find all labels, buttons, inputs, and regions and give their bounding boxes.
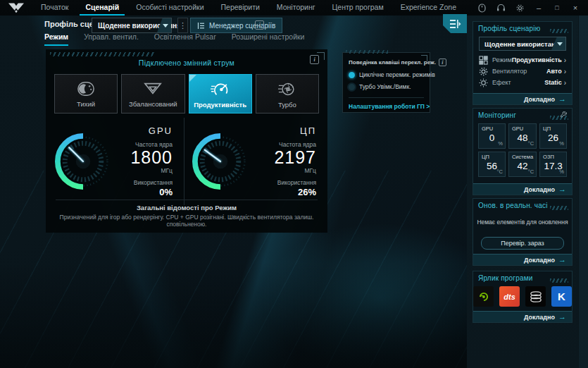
gauges-section: GPU Частота ядра 1800 МГц Використання 0… — [46, 118, 327, 205]
cpu-usage-value: 26% — [251, 187, 316, 197]
updates-empty-text: Немає елементів для оновлення — [473, 219, 572, 226]
moon-icon — [75, 80, 96, 98]
radio-cycle-modes[interactable]: Циклічне перемик. режимів — [349, 71, 424, 78]
sidebar-updates-section: Онов. в реальн. часі Немає елементів для… — [473, 198, 573, 266]
balanced-icon — [143, 80, 163, 98]
manager-button-label: Менеджер сценаріїв — [209, 22, 275, 30]
tab-mode[interactable]: Режим — [44, 32, 68, 46]
monitoring-more-link[interactable]: Докладно → — [473, 183, 572, 195]
gpu-gauge — [53, 131, 113, 192]
info-icon[interactable] — [255, 20, 264, 30]
cpu-gauge-block: ЦП Частота ядра 2197 МГц Використання 26… — [184, 118, 327, 205]
main-nav: Початок Сценарій Особисті настройки Пере… — [32, 0, 465, 16]
gauge-title: ЦП — [251, 125, 316, 136]
info-icon[interactable] — [310, 55, 319, 64]
close-button[interactable]: × — [571, 4, 580, 12]
profile-more-link[interactable]: Докладно → — [473, 93, 572, 104]
scenario-profile-dropdown[interactable]: Щоденне використання — [92, 18, 172, 33]
headset-icon[interactable] — [496, 4, 506, 13]
tile-ram-usage: ОЗП 17.3 % — [539, 152, 567, 177]
check-now-button[interactable]: Перевір. зараз — [481, 237, 564, 250]
chevron-right-icon: › — [564, 68, 566, 75]
nav-item-check[interactable]: Перевірити — [215, 0, 265, 16]
radio-label: Циклічне перемик. режимів — [359, 71, 435, 78]
sidebar-profile-section: Профіль сценарію Щоденне використання Ре… — [473, 21, 573, 105]
app-shortcuts: dts K — [473, 286, 572, 307]
section-title: Ярлик програми — [473, 271, 572, 284]
mouse-icon[interactable] — [477, 4, 487, 13]
rings-app-icon[interactable] — [525, 286, 546, 307]
sidebar-rail — [578, 16, 588, 368]
tile-system-temp: Система 42 °C — [508, 152, 537, 177]
section-title: Моніторинг — [473, 109, 572, 121]
row-label: Режим — [492, 56, 512, 63]
gpu-usage-value: 0% — [113, 187, 173, 197]
sun-icon — [479, 78, 488, 87]
tile-label: ОЗП — [543, 154, 563, 160]
nvidia-app-icon[interactable] — [473, 286, 494, 307]
section-title: Онов. в реальн. часі — [473, 199, 572, 211]
mode-card-quiet[interactable]: Тихий — [54, 74, 118, 114]
sidebar-row-fan[interactable]: Вентилятор Авто › — [479, 66, 566, 77]
fan-icon — [479, 67, 488, 76]
gpu-gauge-block: GPU Частота ядра 1800 МГц Використання 0… — [46, 118, 184, 205]
tile-cpu-usage: ЦП 26 % — [539, 123, 567, 149]
killer-label: K — [558, 290, 565, 302]
sidebar-profile-dropdown[interactable]: Щоденне використання — [479, 37, 566, 51]
tile-gpu-usage: GPU 0 % — [478, 123, 506, 149]
wrench-icon[interactable] — [560, 111, 568, 119]
mode-card-performance[interactable]: Продуктивність — [189, 74, 252, 114]
mode-description: Загальні відомості про Режим Призначений… — [56, 200, 318, 228]
collapse-panel-icon — [449, 19, 461, 29]
sidebar-row-effect[interactable]: Ефект Static › — [479, 77, 566, 88]
dropdown-value: Щоденне використання — [480, 40, 563, 48]
scenario-manager-button[interactable]: Менеджер сценаріїв — [190, 18, 282, 33]
gear-icon[interactable] — [515, 4, 525, 13]
predator-logo — [0, 0, 32, 16]
mode-cards: Тихий Збалансований Продуктивність — [54, 74, 319, 114]
arrow-right-icon: → — [558, 185, 566, 193]
nav-item-personal-settings[interactable]: Особисті настройки — [130, 0, 209, 16]
mode-card-balanced[interactable]: Збалансований — [121, 74, 184, 114]
tab-advanced-settings[interactable]: Розширені настройки — [232, 32, 305, 46]
nav-item-app-center[interactable]: Центр програм — [327, 0, 389, 16]
coil-icon — [527, 288, 544, 305]
row-value: Static — [544, 79, 562, 86]
mode-panel: Підключено змінний струм Тихий Збалансов… — [46, 49, 327, 233]
updates-more-link[interactable]: Докладно → — [473, 254, 572, 265]
sidebar-row-mode[interactable]: Режим Продуктивність › — [479, 54, 566, 66]
freq-unit: МГц — [113, 167, 173, 174]
killer-app-icon[interactable]: K — [551, 286, 572, 307]
tab-fan-control[interactable]: Управл. вентил. — [84, 32, 139, 46]
shortcuts-more-link[interactable]: Докладно → — [473, 311, 572, 322]
tile-gpu-temp: GPU 48 °C — [508, 123, 537, 149]
chevron-right-icon: › — [564, 79, 566, 87]
mode-key-options-panel: Поведінка клавіші перекл. реж. Циклічне … — [342, 52, 430, 113]
scenario-tabs: Режим Управл. вентил. Освітлення Pulsar … — [44, 32, 304, 46]
dts-label: dts — [503, 293, 515, 301]
nav-item-scenario[interactable]: Сценарій — [80, 0, 125, 16]
gpu-settings-link[interactable]: Налаштування роботи ГП > — [349, 103, 424, 110]
more-label: Докладно — [524, 314, 555, 321]
nav-item-home[interactable]: Початок — [35, 0, 74, 16]
kebab-menu-button[interactable]: ⋮ — [177, 18, 188, 33]
nvidia-eye-icon — [476, 289, 492, 305]
cpu-gauge — [190, 131, 251, 192]
divider — [349, 97, 424, 98]
tile-unit: % — [559, 140, 564, 147]
cpu-frequency-value: 2197 — [251, 148, 316, 166]
mode-card-turbo[interactable]: Турбо — [256, 74, 319, 114]
radio-turbo-toggle[interactable]: Турбо Увімк./Вимк. — [349, 83, 424, 90]
monitoring-tiles: GPU 0 % GPU 48 °C ЦП 26 % ЦП 56 °C Систе… — [478, 123, 567, 177]
minimize-button[interactable]: – — [534, 4, 543, 12]
tab-pulsar-lighting[interactable]: Освітлення Pulsar — [154, 32, 216, 46]
nav-item-monitoring[interactable]: Моніторинг — [271, 0, 321, 16]
tile-unit: °C — [496, 168, 502, 175]
more-label: Докладно — [524, 186, 555, 193]
maximize-button[interactable]: □ — [553, 4, 561, 11]
dts-app-icon[interactable]: dts — [499, 286, 520, 307]
mode-description-text: Призначений для ігор або рендерінгу. CPU… — [56, 214, 318, 228]
section-title: Профіль сценарію — [473, 22, 572, 35]
nav-item-experience-zone[interactable]: Experience Zone — [395, 0, 462, 16]
info-icon[interactable] — [439, 59, 446, 66]
